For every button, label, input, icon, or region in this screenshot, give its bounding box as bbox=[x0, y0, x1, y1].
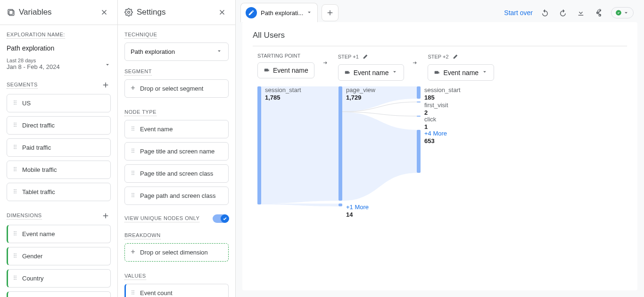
add-dimension-button[interactable] bbox=[100, 211, 111, 221]
download-button[interactable] bbox=[575, 7, 586, 18]
settings-title: Settings bbox=[137, 8, 216, 17]
svg-point-9 bbox=[16, 123, 17, 124]
svg-point-14 bbox=[14, 145, 15, 146]
close-variables-button[interactable] bbox=[99, 7, 110, 18]
svg-point-15 bbox=[16, 145, 17, 146]
arrow-right-icon bbox=[322, 53, 330, 69]
svg-point-82 bbox=[133, 290, 134, 291]
close-settings-button[interactable] bbox=[216, 7, 228, 18]
path-node-value: 1,785 bbox=[265, 94, 301, 101]
node-type-chip-label: Page title and screen class bbox=[140, 170, 213, 177]
dimension-chip-label: Gender bbox=[22, 253, 42, 260]
date-range-picker[interactable]: Last 28 days Jan 8 - Feb 4, 2024 bbox=[7, 58, 111, 70]
variables-panel: Variables EXPLORATION NAME: Path explora… bbox=[0, 0, 118, 297]
path-node[interactable]: first_visit2 bbox=[417, 102, 448, 116]
step1-dropdown[interactable]: Event name bbox=[338, 64, 405, 81]
node-type-label: NODE TYPE bbox=[124, 109, 157, 116]
arrow-right-icon bbox=[412, 53, 420, 69]
svg-point-45 bbox=[16, 276, 17, 277]
svg-point-89 bbox=[599, 14, 601, 15]
settings-panel: Settings TECHNIQUE Path exploration SEGM… bbox=[118, 0, 236, 297]
drag-handle-icon bbox=[12, 99, 18, 107]
path-node[interactable]: session_start185 bbox=[417, 86, 461, 101]
svg-point-81 bbox=[132, 290, 132, 291]
add-segment-button[interactable] bbox=[100, 80, 111, 90]
dimension-chip[interactable]: Gender bbox=[7, 247, 111, 265]
path-node[interactable]: session_start1,785 bbox=[257, 86, 301, 204]
exploration-name-label: EXPLORATION NAME: bbox=[7, 32, 65, 39]
add-tab-button[interactable] bbox=[322, 4, 339, 21]
pencil-icon bbox=[246, 7, 257, 18]
segments-label: SEGMENTS bbox=[7, 82, 38, 89]
path-node-value: 653 bbox=[424, 137, 447, 144]
svg-point-13 bbox=[16, 126, 17, 127]
path-node[interactable]: click1 bbox=[417, 116, 436, 130]
path-node-more[interactable]: +4 More653 bbox=[417, 130, 447, 173]
svg-point-33 bbox=[16, 231, 17, 232]
technique-select[interactable]: Path exploration bbox=[124, 42, 229, 61]
svg-point-79 bbox=[132, 196, 132, 197]
dimension-chip[interactable]: Country bbox=[7, 269, 111, 288]
share-button[interactable] bbox=[593, 7, 604, 18]
svg-point-83 bbox=[132, 292, 132, 293]
svg-point-75 bbox=[132, 193, 132, 194]
dimension-chip[interactable]: Event name bbox=[7, 225, 111, 243]
segment-drop-zone[interactable]: Drop or select segment bbox=[124, 79, 229, 98]
breakdown-placeholder: Drop or select dimension bbox=[140, 249, 208, 256]
path-node-value: 1 bbox=[424, 123, 436, 130]
exploration-name-input[interactable]: Path exploration bbox=[7, 42, 111, 58]
svg-rect-92 bbox=[345, 71, 348, 74]
segment-chip-label: Paid traffic bbox=[22, 144, 51, 151]
values-label: VALUES bbox=[124, 273, 146, 280]
segment-chip[interactable]: Paid traffic bbox=[7, 138, 111, 157]
starting-point-dropdown[interactable]: Event name bbox=[257, 62, 314, 78]
svg-point-25 bbox=[16, 170, 17, 171]
drag-handle-icon bbox=[12, 166, 18, 174]
svg-point-11 bbox=[16, 124, 17, 125]
svg-point-61 bbox=[132, 130, 132, 131]
path-node-value: 1,729 bbox=[346, 94, 375, 101]
node-type-chip[interactable]: Page title and screen name bbox=[124, 142, 229, 161]
svg-point-6 bbox=[14, 104, 15, 105]
path-node-more-link[interactable]: +1 More bbox=[346, 204, 369, 211]
edit-step1-button[interactable] bbox=[363, 53, 369, 60]
segment-chip[interactable]: US bbox=[7, 94, 111, 112]
dimension-chip[interactable]: Device category bbox=[7, 291, 111, 297]
drag-handle-icon bbox=[12, 121, 18, 129]
svg-point-7 bbox=[16, 104, 17, 105]
status-button[interactable] bbox=[611, 7, 634, 18]
node-type-chip[interactable]: Page path and screen class bbox=[124, 187, 229, 205]
path-node-value: 14 bbox=[346, 211, 369, 218]
svg-point-68 bbox=[133, 152, 134, 153]
step2-dropdown[interactable]: Event name bbox=[428, 64, 494, 81]
path-node-more[interactable]: +1 More14 bbox=[339, 204, 369, 218]
exploration-tab[interactable]: Path explorati... bbox=[240, 3, 318, 22]
value-chip[interactable]: Event count bbox=[124, 284, 229, 297]
step1-label: STEP +1 bbox=[338, 54, 359, 59]
svg-point-29 bbox=[16, 191, 17, 192]
path-node-value: 2 bbox=[424, 109, 448, 116]
segment-chip[interactable]: Tablet traffic bbox=[7, 183, 111, 201]
dimension-chip-label: Country bbox=[22, 275, 44, 282]
path-node[interactable]: page_view1,729 bbox=[339, 86, 375, 201]
start-over-button[interactable]: Start over bbox=[504, 9, 533, 17]
svg-point-24 bbox=[14, 170, 15, 171]
segment-chip[interactable]: Mobile traffic bbox=[7, 161, 111, 179]
svg-point-4 bbox=[14, 102, 15, 103]
drag-handle-icon bbox=[130, 289, 136, 297]
svg-point-21 bbox=[16, 167, 17, 168]
segment-chip[interactable]: Direct traffic bbox=[7, 116, 111, 135]
path-node-more-link[interactable]: +4 More bbox=[424, 130, 447, 137]
redo-button[interactable] bbox=[557, 7, 569, 18]
svg-point-44 bbox=[14, 276, 15, 277]
undo-button[interactable] bbox=[539, 7, 551, 18]
breakdown-drop-zone[interactable]: Drop or select dimension bbox=[124, 243, 229, 262]
path-node-name: session_start bbox=[265, 86, 301, 94]
unique-nodes-toggle[interactable] bbox=[213, 214, 229, 223]
variables-title: Variables bbox=[19, 8, 99, 17]
svg-point-26 bbox=[14, 189, 15, 190]
node-type-chip[interactable]: Page title and screen class bbox=[124, 164, 229, 183]
node-type-chip[interactable]: Event name bbox=[124, 120, 229, 138]
edit-step2-button[interactable] bbox=[453, 53, 459, 60]
svg-point-20 bbox=[14, 167, 15, 168]
